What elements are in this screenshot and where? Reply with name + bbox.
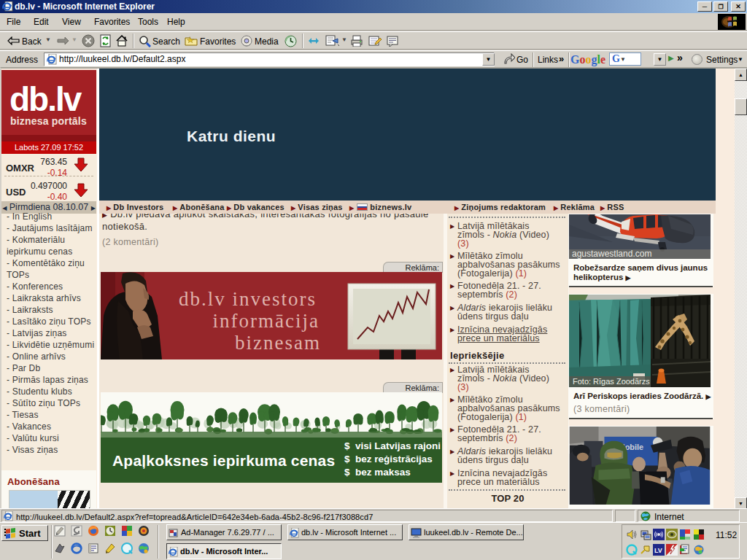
- svg-text:LV: LV: [654, 547, 662, 554]
- svg-text:Apaļkoksnes iepirkuma cenas: Apaļkoksnes iepirkuma cenas: [112, 452, 335, 469]
- svg-text:Foto: Rīgas Zoodārzs: Foto: Rīgas Zoodārzs: [573, 377, 650, 386]
- svg-text:informācija: informācija: [213, 310, 320, 332]
- svg-text:$ visi Latvijas rajoni: $ visi Latvijas rajoni: [344, 440, 441, 451]
- svg-text:$ bez reġistrācijas: $ bez reġistrācijas: [344, 454, 433, 464]
- svg-text:agustawestland.com: agustawestland.com: [572, 249, 651, 259]
- svg-text:biznesam: biznesam: [235, 332, 321, 354]
- svg-text:$ bez maksas: $ bez maksas: [344, 467, 411, 478]
- svg-text:db.lv investors: db.lv investors: [179, 288, 317, 310]
